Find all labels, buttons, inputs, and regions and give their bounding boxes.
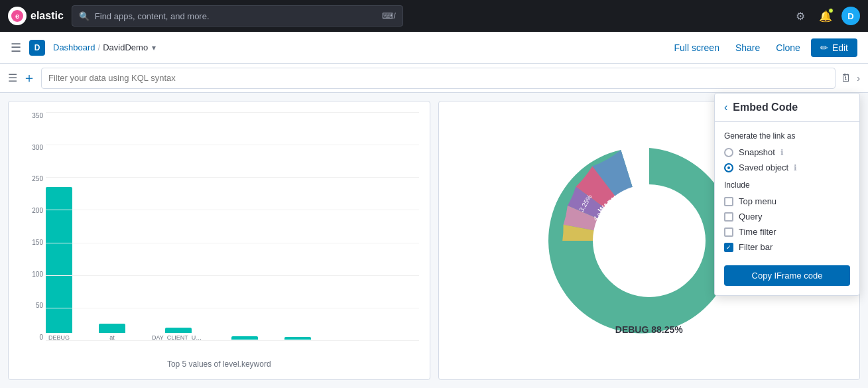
embed-header: ‹ Embed Code bbox=[715, 94, 859, 122]
y-label-0: 0 bbox=[39, 334, 43, 341]
bar-chart-area: 350 300 250 200 150 100 50 0 DEBUG bbox=[19, 112, 419, 354]
snapshot-info-icon[interactable]: ℹ bbox=[780, 148, 784, 157]
global-search[interactable]: 🔍 Find apps, content, and more. ⌨/ bbox=[72, 5, 403, 27]
breadcrumb: Dashboard / DavidDemo ▾ bbox=[53, 42, 156, 52]
breadcrumb-bar: ☰ D Dashboard / DavidDemo ▾ Full screen … bbox=[0, 32, 868, 64]
filter-bar: ☰ ＋ 🗓 › bbox=[0, 64, 868, 93]
bar-day-label: DAY_CLIENT_USAGE_METRICS bbox=[152, 334, 205, 341]
elastic-logo[interactable]: e elastic bbox=[8, 7, 64, 25]
top-menu-label: Top menu bbox=[739, 196, 776, 206]
menu-toggle[interactable]: ☰ bbox=[11, 40, 21, 55]
pencil-icon: ✏ bbox=[820, 42, 828, 53]
bell-icon[interactable]: 🔔 bbox=[816, 7, 835, 25]
bar-debug-label: DEBUG bbox=[48, 334, 70, 341]
debug-text: DEBUG 88.25% bbox=[615, 324, 683, 335]
search-icon: 🔍 bbox=[79, 11, 90, 21]
bar-day-rect bbox=[165, 328, 192, 333]
filter-add-icon[interactable]: ＋ bbox=[23, 69, 36, 87]
filter-toggle-icon[interactable]: ☰ bbox=[8, 72, 17, 84]
bar-debug-rect bbox=[46, 187, 72, 333]
snapshot-radio[interactable] bbox=[724, 148, 733, 157]
bar-extra2 bbox=[284, 337, 311, 341]
y-label-200: 200 bbox=[32, 207, 43, 214]
y-label-150: 150 bbox=[32, 239, 43, 246]
snapshot-radio-row: Snapshot ℹ bbox=[724, 147, 850, 157]
elastic-logo-icon: e bbox=[8, 7, 27, 25]
breadcrumb-separator: / bbox=[98, 42, 101, 52]
saved-object-radio-row: Saved object ℹ bbox=[724, 162, 850, 172]
svg-text:e: e bbox=[15, 12, 19, 20]
y-label-50: 50 bbox=[36, 302, 43, 309]
include-label: Include bbox=[724, 180, 850, 190]
query-row: Query bbox=[724, 212, 850, 222]
top-menu-row: Top menu bbox=[724, 196, 850, 206]
clone-button[interactable]: Clone bbox=[771, 38, 806, 57]
copy-iframe-button[interactable]: Copy IFrame code bbox=[724, 265, 850, 286]
bar-chart-title: Top 5 values of level.keyword bbox=[19, 354, 419, 369]
time-filter-row: Time filter bbox=[724, 227, 850, 237]
filter-input[interactable] bbox=[41, 68, 836, 89]
query-checkbox[interactable] bbox=[724, 212, 733, 222]
generate-label: Generate the link as bbox=[724, 131, 850, 141]
y-label-250: 250 bbox=[32, 175, 43, 182]
embed-title: Embed Code bbox=[733, 101, 798, 113]
breadcrumb-actions: Full screen Share Clone ✏ Edit bbox=[668, 38, 857, 57]
bar-extra1-rect bbox=[231, 336, 258, 340]
breadcrumb-chevron-icon[interactable]: ▾ bbox=[152, 43, 156, 52]
bar-at-label: at bbox=[109, 334, 115, 341]
bar-debug: DEBUG bbox=[46, 187, 72, 341]
nav-right-icons: ⚙ 🔔 D bbox=[791, 7, 860, 25]
y-label-100: 100 bbox=[32, 271, 43, 278]
y-label-350: 350 bbox=[32, 112, 43, 119]
calendar-icon[interactable]: 🗓 bbox=[841, 72, 851, 84]
dashboard-badge: D bbox=[29, 40, 45, 56]
bar-at-rect bbox=[99, 324, 125, 333]
saved-object-label: Saved object bbox=[739, 162, 788, 172]
top-navigation: e elastic 🔍 Find apps, content, and more… bbox=[0, 0, 868, 32]
filter-bar-row: ✓ Filter bar bbox=[724, 242, 850, 252]
bar-day: DAY_CLIENT_USAGE_METRICS bbox=[152, 328, 205, 341]
elastic-wordmark: elastic bbox=[31, 10, 64, 22]
debug-label: DEBUG 88.25% bbox=[615, 324, 683, 335]
bars-group: DEBUG at DAY_CLIENT_USAGE_METRICS bbox=[46, 187, 419, 341]
time-filter-label: Time filter bbox=[739, 227, 776, 237]
search-placeholder: Find apps, content, and more. bbox=[95, 11, 210, 21]
filter-bar-label: Filter bar bbox=[739, 242, 773, 252]
top-menu-checkbox[interactable] bbox=[724, 197, 733, 206]
include-section: Include Top menu Query Time filter ✓ Fil… bbox=[724, 180, 850, 252]
embed-body: Generate the link as Snapshot ℹ Saved ob… bbox=[715, 122, 859, 295]
share-button[interactable]: Share bbox=[730, 38, 765, 57]
breadcrumb-current: DavidDemo bbox=[103, 42, 148, 52]
time-picker-chevron[interactable]: › bbox=[857, 73, 860, 84]
saved-object-radio[interactable] bbox=[724, 163, 733, 172]
snapshot-label: Snapshot bbox=[739, 147, 775, 157]
embed-back-button[interactable]: ‹ bbox=[724, 101, 727, 113]
filter-bar-checkbox[interactable]: ✓ bbox=[724, 243, 733, 252]
bar-at: at bbox=[99, 324, 125, 341]
search-shortcut: ⌨/ bbox=[382, 11, 395, 21]
user-avatar[interactable]: D bbox=[841, 7, 860, 25]
y-axis: 350 300 250 200 150 100 50 0 bbox=[19, 112, 46, 341]
embed-panel: ‹ Embed Code Generate the link as Snapsh… bbox=[714, 93, 860, 296]
settings-icon[interactable]: ⚙ bbox=[791, 7, 810, 25]
bar-extra1 bbox=[231, 336, 258, 341]
bar-chart-panel: 350 300 250 200 150 100 50 0 DEBUG bbox=[8, 101, 430, 380]
saved-object-info-icon[interactable]: ℹ bbox=[794, 163, 797, 172]
y-label-300: 300 bbox=[32, 144, 43, 151]
bar-extra2-rect bbox=[284, 337, 311, 340]
edit-button[interactable]: ✏ Edit bbox=[811, 38, 857, 57]
fullscreen-button[interactable]: Full screen bbox=[668, 38, 724, 57]
breadcrumb-home[interactable]: Dashboard bbox=[53, 42, 95, 52]
query-label: Query bbox=[739, 212, 762, 222]
bar-chart-inner: 350 300 250 200 150 100 50 0 DEBUG bbox=[19, 112, 419, 354]
main-content: 350 300 250 200 150 100 50 0 DEBUG bbox=[0, 93, 868, 388]
time-filter-checkbox[interactable] bbox=[724, 227, 733, 237]
